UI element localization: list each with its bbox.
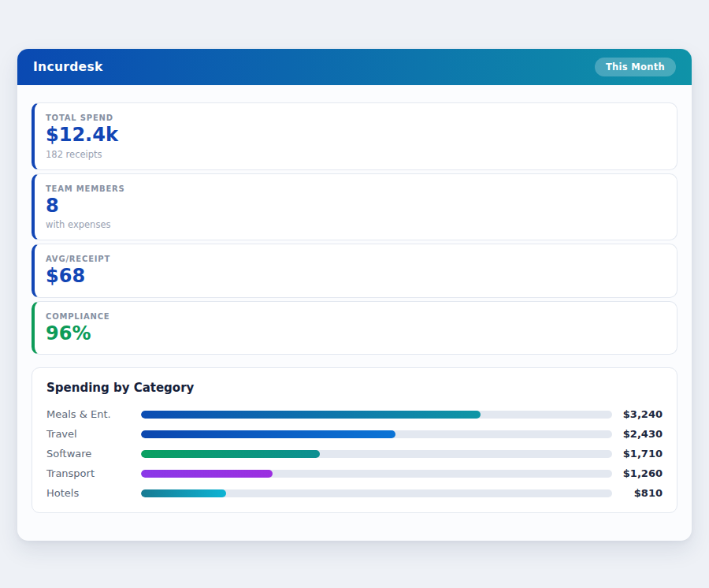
- chart-title: Spending by Category: [46, 381, 663, 395]
- bar-fill: [141, 489, 226, 497]
- bar-track: [141, 489, 612, 497]
- stat-label: COMPLIANCE: [46, 312, 666, 321]
- chart-row: Meals & Ent. $3,240: [46, 404, 663, 424]
- category-value: $3,240: [618, 408, 663, 420]
- bar-fill: [141, 430, 395, 438]
- dashboard-content: TOTAL SPEND $12.4k 182 receipts TEAM MEM…: [17, 85, 692, 513]
- stat-subtitle: 182 receipts: [46, 149, 666, 160]
- stat-label: TOTAL SPEND: [46, 114, 666, 122]
- period-badge[interactable]: This Month: [595, 58, 676, 76]
- chart-row: Travel $2,430: [46, 424, 663, 444]
- bar-track: [141, 450, 612, 458]
- chart-rows: Meals & Ent. $3,240 Travel $2,430 Softwa…: [46, 404, 663, 503]
- stat-card: AVG/RECEIPT $68: [32, 244, 677, 298]
- bar-track: [141, 470, 612, 478]
- chart-row: Software $1,710: [46, 444, 663, 463]
- category-value: $1,260: [618, 467, 663, 479]
- category-label: Software: [46, 448, 141, 460]
- bar-fill: [141, 470, 273, 478]
- stat-label: AVG/RECEIPT: [46, 255, 666, 263]
- stat-value: 8: [46, 195, 666, 218]
- bar-track: [141, 430, 612, 438]
- incurdesk-widget: Incurdesk This Month TOTAL SPEND $12.4k …: [17, 49, 692, 541]
- chart-row: Transport $1,260: [46, 463, 663, 483]
- bar-fill: [141, 411, 481, 419]
- bar-fill: [141, 450, 320, 458]
- stat-card: TOTAL SPEND $12.4k 182 receipts: [32, 102, 677, 170]
- app-header: Incurdesk This Month: [17, 49, 692, 85]
- category-value: $810: [618, 487, 663, 499]
- category-label: Transport: [46, 467, 141, 479]
- category-label: Hotels: [46, 487, 141, 499]
- stat-subtitle: with expenses: [46, 219, 666, 230]
- spending-chart-card: Spending by Category Meals & Ent. $3,240…: [32, 367, 677, 513]
- stat-label: TEAM MEMBERS: [46, 184, 666, 193]
- app-title: Incurdesk: [33, 60, 103, 74]
- bar-track: [141, 411, 612, 419]
- stats-list: TOTAL SPEND $12.4k 182 receipts TEAM MEM…: [32, 102, 677, 355]
- stat-value: 96%: [46, 323, 666, 345]
- stat-card: TEAM MEMBERS 8 with expenses: [32, 173, 677, 241]
- category-value: $1,710: [618, 448, 663, 460]
- stat-card: COMPLIANCE 96%: [32, 301, 677, 355]
- category-label: Meals & Ent.: [46, 408, 141, 420]
- category-value: $2,430: [618, 428, 663, 440]
- category-label: Travel: [46, 428, 141, 440]
- chart-row: Hotels $810: [46, 483, 663, 503]
- stat-value: $12.4k: [46, 125, 666, 147]
- stat-value: $68: [46, 266, 666, 288]
